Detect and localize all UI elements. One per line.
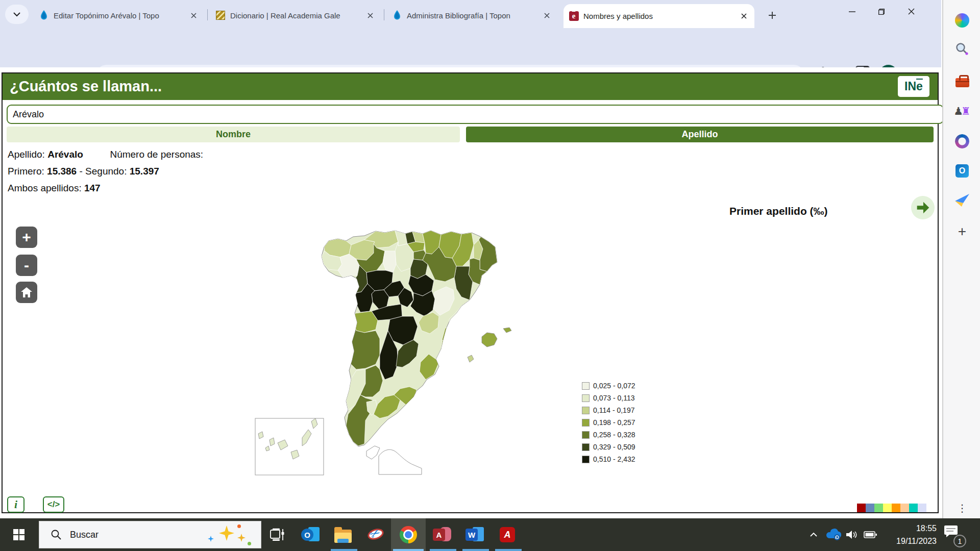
taskbar-search[interactable]: Buscar: [39, 521, 261, 548]
ine-favicon: e: [569, 11, 579, 21]
tab-search-button[interactable]: [5, 5, 29, 24]
tab-title: Dicionario | Real Academia Gale: [230, 11, 360, 20]
speaker-icon: [845, 530, 859, 540]
tray-chevron-button[interactable]: [810, 518, 818, 551]
running-indicator: [495, 549, 522, 551]
tab-dicionario[interactable]: Dicionario | Real Academia Gale: [210, 4, 381, 27]
surname-stats: Apellido: Arévalo Número de personas: Pr…: [8, 146, 203, 196]
surname-search-input[interactable]: [7, 105, 944, 124]
windows-logo-icon: [13, 529, 24, 540]
taskbar-word-button[interactable]: W: [458, 518, 491, 551]
palette-swatch[interactable]: [857, 504, 866, 512]
outlook-icon: O: [301, 526, 320, 543]
maximize-button[interactable]: [867, 0, 896, 23]
file-explorer-icon: [334, 530, 352, 543]
taskbar-file-explorer-button[interactable]: [327, 518, 359, 551]
palette-swatch[interactable]: [874, 504, 883, 512]
sparkle-icon: [219, 525, 234, 541]
add-sidebar-item-button[interactable]: +: [954, 223, 970, 240]
tab-editar-toponimo[interactable]: Editar Topónimo Arévalo | Topo: [34, 4, 204, 27]
taskbar-outlook-button[interactable]: O: [294, 518, 327, 551]
legend-swatch: [582, 382, 590, 390]
copilot-icon[interactable]: [954, 12, 970, 29]
close-icon[interactable]: [188, 10, 199, 21]
maximize-icon: [878, 9, 885, 15]
running-indicator: [462, 549, 489, 551]
close-icon[interactable]: [541, 10, 552, 21]
time: 18:55: [886, 522, 937, 535]
legend-row: 0,073 - 0,113: [582, 392, 635, 404]
desktop: Editar Topónimo Arévalo | Topo Dicionari…: [0, 0, 980, 551]
window-controls: [837, 0, 926, 23]
outlook-icon[interactable]: O: [954, 163, 970, 179]
widget-header: ¿Cuántos se llaman... INe: [3, 73, 938, 100]
clock[interactable]: 18:55 19/11/2023: [886, 522, 937, 547]
stats-line-2: Primero: 15.386 - Segundo: 15.397: [8, 163, 203, 180]
toolbox-icon[interactable]: [954, 72, 970, 89]
chevron-down-icon: [13, 12, 20, 17]
arrow-right-icon: [914, 199, 932, 216]
chevron-up-icon: [810, 532, 818, 537]
new-tab-button[interactable]: [764, 7, 781, 24]
task-view-icon: [270, 528, 285, 541]
palette-swatch[interactable]: [909, 504, 918, 512]
send-icon[interactable]: [954, 192, 970, 208]
onedrive-tray-icon[interactable]: [825, 518, 841, 551]
palette-swatch[interactable]: [883, 504, 892, 512]
dot-decoration: [248, 542, 251, 545]
search-icon[interactable]: [954, 41, 970, 57]
minimize-button[interactable]: [837, 0, 867, 23]
legend-swatch: [582, 407, 590, 414]
zoom-out-button[interactable]: -: [16, 255, 37, 276]
onedrive-cloud-icon: [825, 529, 841, 541]
map-title: Primer apellido (‰): [729, 205, 828, 217]
legend-row: 0,114 - 0,197: [582, 404, 635, 416]
sidebar-more-button[interactable]: ⋮: [954, 500, 970, 516]
chrome-icon: [400, 526, 417, 543]
tab-administra-bibliografia[interactable]: Administra Bibliografía | Topon: [387, 4, 557, 27]
running-indicator-active: [393, 549, 424, 551]
battery-tray-icon[interactable]: [864, 518, 877, 551]
acrobat-icon: A: [500, 527, 515, 542]
close-icon[interactable]: [364, 10, 376, 21]
palette-swatch[interactable]: [892, 504, 900, 512]
snipping-tool-icon: ✂: [366, 527, 385, 542]
tab-nombre-button[interactable]: Nombre: [7, 127, 460, 142]
browser-window: Editar Topónimo Arévalo | Topo Dicionari…: [0, 0, 941, 518]
home-button[interactable]: [16, 282, 37, 303]
legend-swatch: [582, 456, 590, 463]
tab-apellido-button[interactable]: Apellido: [466, 127, 934, 142]
drupal-icon: [39, 10, 49, 20]
palette-swatch[interactable]: [918, 504, 926, 512]
next-map-button[interactable]: [911, 196, 935, 219]
volume-tray-icon[interactable]: [845, 518, 859, 551]
palette-swatch[interactable]: [900, 504, 909, 512]
search-placeholder: Buscar: [70, 530, 99, 540]
start-button[interactable]: [7, 518, 31, 551]
running-indicator: [430, 549, 456, 551]
minimize-icon: [849, 8, 855, 15]
microsoft-365-icon[interactable]: [954, 133, 970, 149]
taskbar-chrome-button[interactable]: [392, 518, 425, 551]
taskbar-acrobat-button[interactable]: A: [491, 518, 524, 551]
tab-nombres-apellidos-active[interactable]: e Nombres y apellidos: [564, 4, 754, 28]
close-window-button[interactable]: [896, 0, 926, 23]
palette-swatch[interactable]: [866, 504, 874, 512]
taskbar-snipping-tool-button[interactable]: ✂: [359, 518, 392, 551]
tab-title: Editar Topónimo Arévalo | Topo: [54, 11, 183, 20]
zoom-in-button[interactable]: +: [16, 227, 37, 248]
home-icon: [20, 287, 33, 298]
games-icon[interactable]: ♟♜: [954, 103, 970, 119]
sparkle-icon: [208, 536, 214, 542]
task-view-button[interactable]: [261, 518, 294, 551]
taskbar-access-button[interactable]: A: [426, 518, 458, 551]
plus-icon: [768, 11, 776, 19]
ine-logo: INe: [898, 76, 929, 97]
embed-code-button[interactable]: </>: [43, 496, 64, 513]
color-palette-strip: [857, 504, 926, 512]
info-button[interactable]: i: [7, 496, 24, 513]
notification-badge: 1: [953, 535, 966, 547]
stats-line-1: Apellido: Arévalo Número de personas:: [8, 146, 203, 163]
close-icon[interactable]: [738, 11, 749, 22]
tab-bar: Editar Topónimo Arévalo | Topo Dicionari…: [0, 0, 941, 28]
